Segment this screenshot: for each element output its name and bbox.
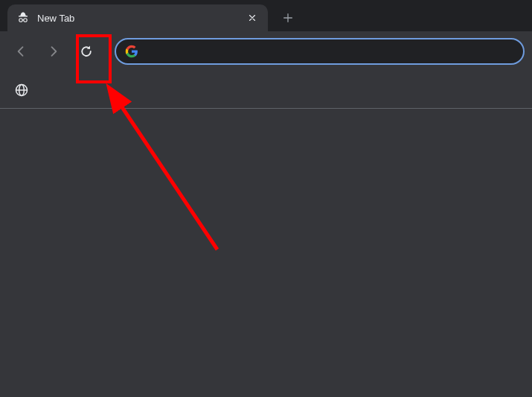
new-tab-button[interactable] bbox=[277, 7, 299, 29]
google-icon bbox=[125, 45, 138, 58]
bookmark-globe-item[interactable] bbox=[13, 82, 30, 98]
bookmark-bar bbox=[0, 72, 532, 109]
back-button[interactable] bbox=[7, 38, 34, 65]
close-tab-button[interactable] bbox=[246, 11, 259, 25]
svg-point-1 bbox=[24, 19, 28, 22]
address-input[interactable] bbox=[146, 45, 514, 57]
forward-button[interactable] bbox=[40, 38, 67, 65]
tab-title: New Tab bbox=[37, 13, 246, 24]
address-bar[interactable] bbox=[115, 38, 525, 65]
incognito-icon bbox=[16, 11, 30, 25]
reload-button[interactable] bbox=[73, 38, 100, 65]
active-tab[interactable]: New Tab bbox=[7, 4, 268, 31]
page-content bbox=[0, 109, 532, 397]
toolbar bbox=[0, 31, 532, 72]
tab-strip: New Tab bbox=[0, 0, 532, 31]
svg-point-0 bbox=[19, 19, 23, 22]
